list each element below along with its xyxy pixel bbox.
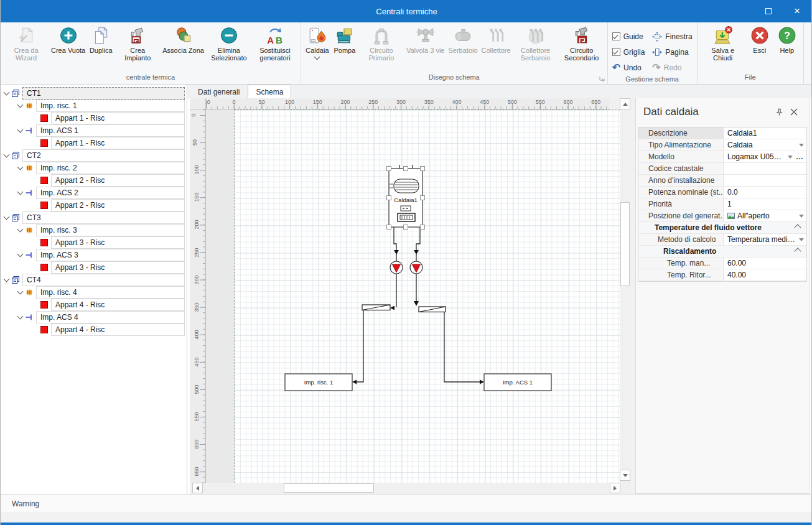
property-value-text[interactable]: 60.00 [727,259,804,267]
property-value[interactable]: 60.00 [724,258,806,269]
boiler-node[interactable]: Caldaia1 [389,169,422,227]
ribbon-button-finestra[interactable]: Finestra [650,32,694,42]
property-value-text[interactable]: Caldaia [727,141,796,149]
tree-item-label[interactable]: CT1 [22,87,185,100]
ribbon-button-crea-vuota[interactable]: Crea Vuota [49,25,87,55]
tree-expand-chevron-icon[interactable] [17,251,24,258]
property-label[interactable]: Temp. man... [638,258,724,269]
tree-expand-chevron-icon[interactable] [17,314,24,320]
node-imp-acs[interactable]: Imp. ACS 1 [484,374,551,391]
tree-item-appart-3-risc[interactable]: Appart 3 - Risc [1,261,187,274]
tree-item-imp-acs-1[interactable]: Imp. ACS 1 [1,124,187,137]
close-button[interactable]: × [783,0,811,22]
property-label[interactable]: Codice catastale [638,163,724,174]
tree-item-appart-4-risc[interactable]: Appart 4 - Risc [1,299,187,311]
tree-item-label[interactable]: CT4 [22,274,185,286]
tree-expand-chevron-icon[interactable] [17,102,24,108]
dialog-launcher-icon[interactable] [599,75,605,82]
tree-item-imp-acs-3[interactable]: Imp. ACS 3 [1,249,187,261]
tree-item-label[interactable]: Imp. risc. 2 [36,162,185,174]
chevron-down-icon[interactable] [314,54,320,60]
tree-expand-chevron-icon[interactable] [17,164,24,170]
tree-item-label[interactable]: Imp. risc. 3 [36,224,185,236]
tree-item-label[interactable]: Appart 4 - Risc [51,299,185,311]
tree-expand-chevron-icon[interactable] [4,90,10,96]
property-label[interactable]: Metodo di calcolo [638,234,724,245]
property-value[interactable] [724,163,806,174]
ribbon-button-sostituisci-generatori[interactable]: ABSostituisci generatori [252,25,298,63]
checkbox-guide[interactable]: Guide [610,32,647,41]
tree-item-label[interactable]: Appart 3 - Risc [51,261,185,274]
ribbon-button-undo[interactable]: ↶Undo [610,63,647,72]
ribbon-button-pagina[interactable]: Pagina [650,47,694,57]
dropdown-arrow-icon[interactable] [799,215,804,218]
pump-right[interactable] [410,261,422,274]
property-value-text[interactable]: Temperatura media p... [727,235,796,244]
property-value[interactable]: Logamax U052 T -...… [724,151,806,162]
tree-expand-chevron-icon[interactable] [4,276,10,282]
tree-item-label[interactable]: Imp. risc. 4 [36,286,185,299]
property-value-text[interactable]: Logamax U052 T -... [727,152,785,161]
tree-expand-chevron-icon[interactable] [17,189,24,195]
property-value[interactable]: 0.0 [724,187,806,198]
maximize-button[interactable] [754,0,783,22]
property-value-text[interactable]: Caldaia1 [727,129,804,137]
property-value[interactable]: 40.00 [724,269,806,281]
tree-item-ct2[interactable]: CT2 [1,149,187,162]
property-label[interactable]: Posizione del generat... [638,210,724,221]
ribbon-button-associa-zona[interactable]: Associa Zona [161,25,206,55]
vertical-scroll-thumb[interactable] [620,202,630,286]
property-section-temperature-del-fluido-vettore[interactable]: Temperature del fluido vettore [638,222,806,234]
property-value[interactable]: Caldaia1 [724,128,806,139]
ribbon-button-help[interactable]: ?Help [773,25,801,55]
horizontal-scroll-thumb[interactable] [284,483,374,493]
property-value[interactable]: Caldaia [724,139,806,151]
property-label[interactable]: Potenza nominale (st... [638,187,724,198]
panel-splitter[interactable] [630,98,635,494]
tree-item-label[interactable]: Appart 2 - Risc [51,174,185,187]
ellipsis-button[interactable]: … [796,152,804,161]
panel-close-icon[interactable] [786,105,801,119]
ribbon-button-circuito-secondario[interactable]: Circuito Secondario [559,25,605,63]
node-imp-risc[interactable]: Imp. risc. 1 [285,374,352,391]
tree-expand-chevron-icon[interactable] [4,214,10,220]
scroll-up-button[interactable] [620,98,630,109]
tree-item-label[interactable]: Appart 3 - Risc [51,236,185,249]
property-label[interactable]: Tipo Alimentazione [638,139,724,151]
tree-item-imp-acs-2[interactable]: Imp. ACS 2 [1,187,187,199]
ribbon-button-elimina-selezionato[interactable]: Elimina Selezionato [206,25,252,63]
ribbon-button-duplica[interactable]: Duplica [87,25,114,55]
property-label[interactable]: Priorità [638,198,724,210]
tree-item-imp-acs-4[interactable]: Imp. ACS 4 [1,311,187,323]
tree-item-appart-1-risc[interactable]: Appart 1 - Risc [1,137,187,149]
ribbon-button-crea-impianto[interactable]: Crea Impianto [114,25,161,63]
tree-item-ct3[interactable]: CT3 [1,211,187,224]
property-label[interactable]: Descrizione [638,128,724,139]
tree-item-appart-4-risc[interactable]: Appart 4 - Risc [1,323,187,336]
property-value[interactable]: 1 [724,198,806,210]
property-value-text[interactable]: All"aperto [737,211,796,220]
tree-item-label[interactable]: CT3 [22,211,185,224]
tree-item-imp-risc-4[interactable]: Imp. risc. 4 [1,286,187,299]
tree-expand-chevron-icon[interactable] [17,226,24,233]
tree-item-label[interactable]: Imp. risc. 1 [36,100,185,112]
tree-item-appart-1-risc[interactable]: Appart 1 - Risc [1,112,187,124]
tree-item-imp-risc-2[interactable]: Imp. risc. 2 [1,162,187,174]
dropdown-arrow-icon[interactable] [788,156,793,159]
property-label[interactable]: Anno d'installazione [638,175,724,186]
chevron-up-icon[interactable] [794,248,801,254]
property-value[interactable]: Temperatura media p... [724,234,806,245]
checkbox-icon[interactable] [612,48,620,56]
tree-item-label[interactable]: Appart 1 - Risc [51,137,185,149]
tree-expand-chevron-icon[interactable] [17,289,24,295]
tree-item-label[interactable]: Imp. ACS 3 [36,249,185,261]
property-label[interactable]: Modello [638,151,724,162]
chevron-up-icon[interactable] [794,224,801,231]
property-value-text[interactable]: 0.0 [727,188,804,197]
property-value-text[interactable]: 1 [727,200,804,208]
scroll-down-button[interactable] [620,470,630,481]
property-section-riscaldamento[interactable]: Riscaldamento [638,246,806,258]
property-value-text[interactable]: 40.00 [727,271,804,279]
tree-item-label[interactable]: Appart 1 - Risc [51,112,185,124]
tab-schema[interactable]: Schema [248,85,291,98]
